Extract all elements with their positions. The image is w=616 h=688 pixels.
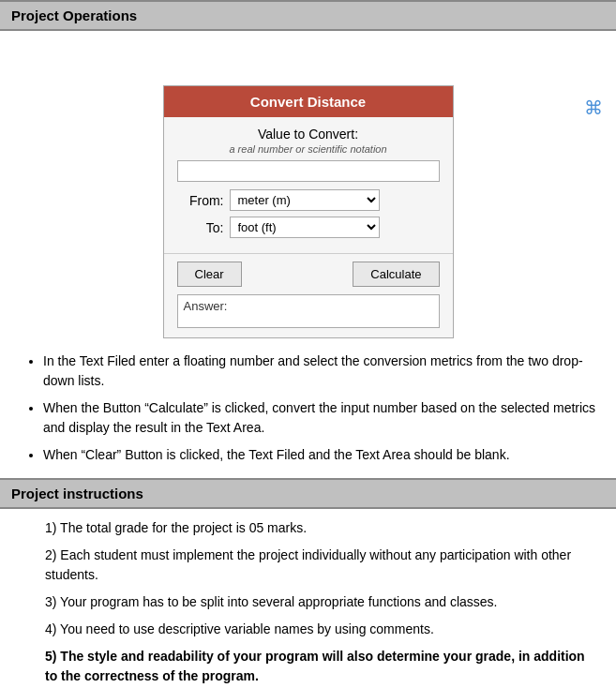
focus-icon[interactable]: ⌘	[584, 97, 603, 119]
instruction-1: 1) The total grade for the project is 05…	[45, 518, 597, 538]
answer-area: Answer:	[177, 294, 440, 328]
calculate-button[interactable]: Calculate	[353, 262, 439, 287]
value-sublabel: a real number or scientific notation	[177, 143, 440, 155]
bullet-item-2: When the Button “Calculate” is clicked, …	[43, 398, 597, 438]
answer-label: Answer:	[184, 299, 228, 313]
project-instructions-header: Project instructions	[0, 478, 616, 509]
value-label: Value to Convert:	[177, 127, 440, 142]
widget-container: Convert Distance Value to Convert: a rea…	[0, 85, 616, 338]
from-row: From: meter (m) kilometer (km) mile (mi)…	[177, 189, 440, 211]
widget-buttons: Clear Calculate	[164, 253, 453, 294]
to-row: To: foot (ft) meter (m) kilometer (km) m…	[177, 217, 440, 238]
instruction-4: 4) You need to use descriptive variable …	[45, 620, 597, 639]
instructions-content: 1) The total grade for the project is 05…	[0, 509, 616, 688]
project-operations-header: Project Operations	[0, 0, 616, 31]
value-input[interactable]	[177, 160, 440, 182]
bullet-list: In the Text Filed enter a floating numbe…	[19, 351, 597, 465]
bullet-item-1: In the Text Filed enter a floating numbe…	[43, 351, 597, 391]
from-select[interactable]: meter (m) kilometer (km) mile (mi) foot …	[230, 189, 380, 211]
to-select[interactable]: foot (ft) meter (m) kilometer (km) mile …	[230, 217, 380, 238]
to-label: To:	[177, 220, 224, 235]
clear-button[interactable]: Clear	[177, 262, 242, 287]
instruction-5: 5) The style and readability of your pro…	[45, 647, 597, 686]
instruction-2: 2) Each student must implement the proje…	[45, 546, 597, 585]
top-area: ⌘	[0, 31, 616, 72]
widget-body: Value to Convert: a real number or scien…	[164, 117, 453, 253]
instruction-3: 3) Your program has to be split into sev…	[45, 592, 597, 612]
bullet-item-3: When “Clear” Button is clicked, the Text…	[43, 445, 597, 465]
widget-header: Convert Distance	[164, 86, 453, 117]
convert-distance-widget: Convert Distance Value to Convert: a rea…	[163, 85, 454, 338]
ordered-list: 1) The total grade for the project is 05…	[38, 518, 597, 686]
from-label: From:	[177, 193, 224, 208]
